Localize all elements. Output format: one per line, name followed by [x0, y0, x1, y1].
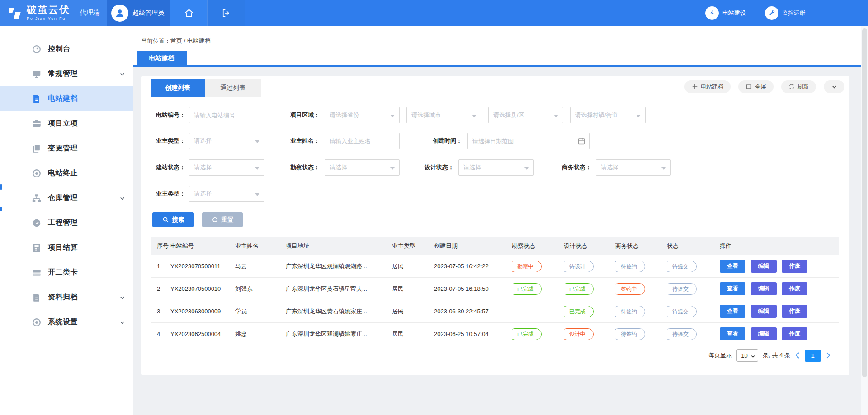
fullscreen-icon: [745, 84, 752, 90]
nav-station-build[interactable]: 电站建设: [705, 6, 746, 20]
business-status-label: 商务状态：: [555, 159, 591, 176]
status-badge: 签约中: [615, 283, 645, 295]
sidebar-item-station-archive[interactable]: 电站建档: [0, 86, 133, 111]
nav-monitor-ops-label: 监控运维: [782, 9, 806, 17]
caret-down-icon: [661, 167, 666, 170]
brand-divider: [75, 8, 75, 19]
pagination: 每页显示 10 条, 共 4 条 1: [708, 349, 831, 362]
logout-button[interactable]: [207, 0, 245, 26]
chevron-down-icon: [119, 320, 125, 326]
breadcrumb-path[interactable]: 首页 / 电站建档: [170, 37, 211, 44]
owner-name-input[interactable]: [325, 133, 400, 149]
scrollbar-thumb[interactable]: [862, 28, 867, 377]
sidebar-item-change-mgmt[interactable]: 变更管理: [0, 136, 133, 161]
copy-icon: [32, 144, 42, 154]
record-circle-icon: [32, 168, 42, 178]
page-tab-station-archive[interactable]: 电站建档: [137, 51, 187, 65]
home-button[interactable]: [170, 0, 207, 26]
edit-button[interactable]: 编辑: [751, 260, 777, 273]
city-select[interactable]: 请选择城市: [406, 107, 481, 123]
create-station-button[interactable]: 电站建档: [684, 80, 731, 93]
sidebar-item-system-settings[interactable]: 系统设置: [0, 310, 133, 335]
caret-down-icon: [390, 167, 395, 170]
sidebar-item-warehouse-mgmt[interactable]: 仓库管理: [0, 186, 133, 210]
calendar-icon: [577, 137, 585, 145]
view-button[interactable]: 查看: [720, 282, 745, 295]
col-index: 序号: [157, 242, 170, 250]
breadcrumb-strip: 当前位置：首页 / 电站建档 电站建档: [133, 26, 868, 67]
col-created: 创建日期: [434, 242, 512, 250]
sidebar-item-project-initiation[interactable]: 项目立项: [0, 111, 133, 136]
sidebar-item-engineering-mgmt[interactable]: 工程管理: [0, 210, 133, 235]
void-button[interactable]: 作废: [782, 260, 807, 273]
owner-type2-select[interactable]: 请选择: [189, 186, 264, 202]
survey-status-select[interactable]: 请选择: [325, 159, 400, 176]
sidebar-item-console[interactable]: 控制台: [0, 37, 133, 61]
nav-monitor-ops[interactable]: 监控运维: [765, 6, 806, 20]
col-status: 状态: [667, 242, 720, 250]
breadcrumb-label: 当前位置：: [141, 37, 170, 44]
logout-icon: [222, 9, 231, 18]
view-button[interactable]: 查看: [720, 305, 745, 318]
collapse-toolbar-button[interactable]: [824, 80, 844, 93]
per-page-select[interactable]: 10: [736, 349, 758, 362]
wrench-icon: [769, 9, 775, 16]
design-status-label: 设计状态：: [418, 159, 454, 176]
village-select[interactable]: 请选择村镇/街道: [570, 107, 646, 123]
caret-down-icon: [554, 115, 558, 117]
sidebar-item-class2-card[interactable]: 开二类卡: [0, 260, 133, 285]
card-toolbar: 电站建档 全屏 刷新: [684, 80, 844, 93]
fullscreen-button[interactable]: 全屏: [738, 80, 774, 93]
status-badge: 待提交: [667, 328, 697, 340]
search-button[interactable]: 搜索: [152, 212, 194, 227]
edit-button[interactable]: 编辑: [751, 282, 777, 295]
refresh-button[interactable]: 刷新: [781, 80, 816, 93]
design-status-select[interactable]: 请选择: [458, 159, 534, 176]
main-area: 当前位置：首页 / 电站建档 电站建档 创建列表 通过列表 电站建档 全屏: [133, 26, 868, 415]
void-button[interactable]: 作废: [782, 282, 807, 295]
next-page-icon[interactable]: [826, 352, 831, 359]
build-status-select[interactable]: 请选择: [189, 159, 264, 176]
view-button[interactable]: 查看: [720, 327, 745, 340]
status-badge: 待签约: [615, 306, 645, 317]
date-range-input[interactable]: [467, 133, 590, 149]
prev-page-icon[interactable]: [795, 352, 800, 359]
sidebar-item-station-termination[interactable]: 电站终止: [0, 161, 133, 186]
tab-passed-list[interactable]: 通过列表: [205, 79, 261, 97]
void-button[interactable]: 作废: [782, 327, 807, 340]
search-icon: [162, 216, 169, 223]
sidebar-item-data-archive[interactable]: 资料归档: [0, 285, 133, 310]
col-design-status: 设计状态: [564, 242, 615, 250]
status-badge: 待设计: [564, 261, 594, 272]
view-button[interactable]: 查看: [720, 260, 745, 273]
county-select[interactable]: 请选择县/区: [488, 107, 563, 123]
sidebar-scroll-mark: [0, 184, 2, 190]
plus-icon: [692, 84, 698, 90]
create-time-range: [467, 133, 590, 149]
owner-type-select[interactable]: 请选择: [189, 133, 264, 149]
sidebar-item-general-mgmt[interactable]: 常规管理: [0, 61, 133, 86]
edit-button[interactable]: 编辑: [751, 327, 777, 340]
chevron-down-icon: [831, 84, 837, 90]
void-button[interactable]: 作废: [782, 305, 807, 318]
tab-create-list[interactable]: 创建列表: [151, 79, 205, 97]
page-number-button[interactable]: 1: [805, 350, 821, 362]
document-icon: [32, 94, 42, 104]
status-badge: 已完成: [564, 283, 594, 295]
col-station-code: 电站编号: [170, 242, 235, 250]
page-scrollbar: [861, 26, 868, 415]
stations-table: 序号 电站编号 业主姓名 项目地址 业主类型 创建日期 勘察状态 设计状态 商务…: [151, 237, 839, 345]
per-page-label: 每页显示: [708, 351, 732, 359]
edit-button[interactable]: 编辑: [751, 305, 777, 318]
business-status-select[interactable]: 请选择: [596, 159, 671, 176]
sidebar-item-project-settlement[interactable]: 项目结算: [0, 235, 133, 260]
station-code-label: 电站编号：: [149, 107, 185, 123]
reset-button[interactable]: 重置: [202, 212, 243, 227]
status-badge: 已完成: [512, 283, 542, 295]
station-code-input[interactable]: [189, 107, 264, 123]
owner-name-label: 业主姓名：: [283, 133, 320, 149]
user-menu[interactable]: 超级管理员: [107, 0, 170, 26]
caret-down-icon: [255, 167, 259, 170]
avatar: [111, 5, 128, 22]
province-select[interactable]: 请选择省份: [325, 107, 400, 123]
